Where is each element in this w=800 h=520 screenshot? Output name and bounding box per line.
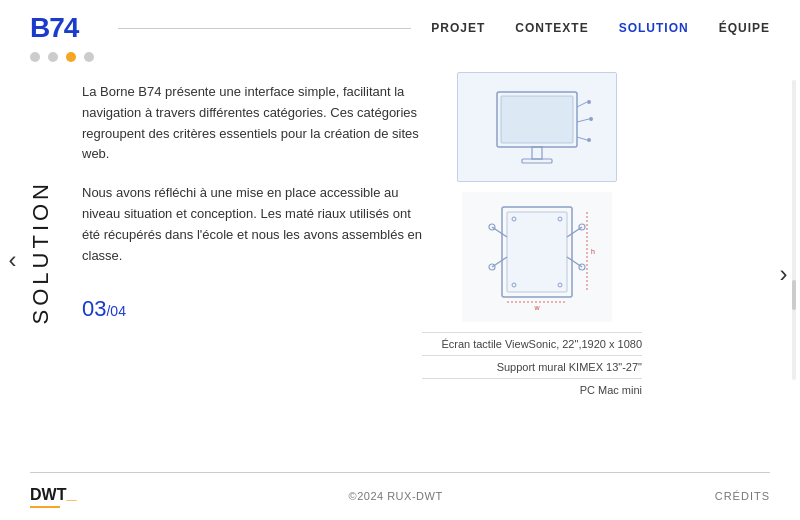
svg-point-7: [587, 100, 591, 104]
dots-row: [0, 44, 800, 62]
svg-text:w: w: [533, 304, 540, 311]
spec-1: Écran tactile ViewSonic, 22",1920 x 1080: [422, 332, 642, 355]
svg-line-4: [577, 102, 587, 107]
paragraph-2: Nous avons réfléchi à une mise en place …: [82, 183, 422, 266]
footer-cursor: _: [66, 483, 76, 504]
paragraph-1: La Borne B74 présente une interface simp…: [82, 82, 422, 165]
images-area: w h Écran tactile ViewSonic, 22",1920 x …: [422, 72, 652, 432]
header: B74 PROJET CONTEXTE SOLUTION ÉQUIPE: [0, 0, 800, 44]
logo: B74: [30, 12, 78, 44]
footer-divider: [30, 472, 770, 473]
arrow-left[interactable]: ‹: [0, 230, 25, 290]
wall-mount-svg: w h: [472, 197, 602, 317]
spec-2: Support mural KIMEX 13"-27": [422, 355, 642, 378]
footer-logo-underline: [30, 506, 60, 508]
svg-rect-2: [532, 147, 542, 159]
svg-rect-11: [507, 212, 567, 292]
nav-solution[interactable]: SOLUTION: [619, 21, 689, 35]
scrollbar-thumb[interactable]: [792, 280, 796, 310]
wall-mount-image: w h: [462, 192, 612, 322]
main-content: SOLUTION La Borne B74 présente une inter…: [0, 62, 800, 432]
vertical-title: SOLUTION: [30, 180, 52, 324]
dot-3-active[interactable]: [66, 52, 76, 62]
svg-line-5: [577, 119, 589, 122]
specs-section: Écran tactile ViewSonic, 22",1920 x 1080…: [422, 332, 652, 401]
footer-credits[interactable]: CRÉDITS: [715, 490, 770, 502]
svg-rect-1: [501, 96, 573, 143]
page-current: 03: [82, 296, 106, 321]
text-section: La Borne B74 présente une interface simp…: [82, 72, 422, 432]
monitor-bracket-svg: [477, 82, 597, 172]
svg-point-9: [587, 138, 591, 142]
svg-line-6: [577, 137, 587, 140]
dot-4[interactable]: [84, 52, 94, 62]
footer-copyright: ©2024 RUX-DWT: [349, 490, 443, 502]
nav-contexte[interactable]: CONTEXTE: [515, 21, 588, 35]
monitor-bracket-image: [457, 72, 617, 182]
svg-point-8: [589, 117, 593, 121]
spec-3: PC Mac mini: [422, 378, 642, 401]
scrollbar[interactable]: [792, 80, 796, 380]
dot-2[interactable]: [48, 52, 58, 62]
page-total: /04: [106, 303, 125, 319]
footer-logo-block: DWT_: [30, 483, 76, 508]
nav-equipe[interactable]: ÉQUIPE: [719, 21, 770, 35]
page-indicator: 03/04: [82, 296, 422, 322]
svg-text:h: h: [591, 248, 595, 255]
footer-logo-text: DWT_: [30, 483, 76, 504]
svg-rect-3: [522, 159, 552, 163]
footer: DWT_ ©2024 RUX-DWT CRÉDITS: [0, 472, 800, 520]
header-line: [118, 28, 411, 29]
nav-projet[interactable]: PROJET: [431, 21, 485, 35]
dot-1[interactable]: [30, 52, 40, 62]
footer-content: DWT_ ©2024 RUX-DWT CRÉDITS: [30, 483, 770, 508]
navigation: PROJET CONTEXTE SOLUTION ÉQUIPE: [431, 21, 770, 35]
footer-logo-label: DWT: [30, 486, 66, 504]
